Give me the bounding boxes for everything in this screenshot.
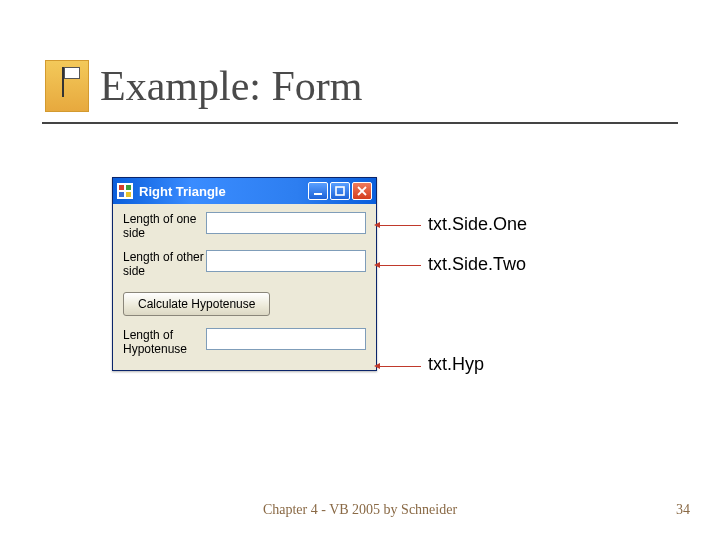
label-hypotenuse: Length of Hypotenuse: [123, 328, 206, 356]
slide-footer: Chapter 4 - VB 2005 by Schneider: [0, 502, 720, 518]
callout-side-two: txt.Side.Two: [428, 254, 526, 275]
arrow-callout: [377, 265, 421, 266]
close-button[interactable]: [352, 182, 372, 200]
arrow-callout: [377, 225, 421, 226]
app-icon: [117, 183, 133, 199]
row-side-one: Length of one side: [123, 212, 366, 240]
label-side-one: Length of one side: [123, 212, 206, 240]
input-hypotenuse[interactable]: [206, 328, 366, 350]
row-side-two: Length of other side: [123, 250, 366, 278]
form-window: Right Triangle Length of one side Length…: [112, 177, 377, 371]
arrow-callout: [377, 366, 421, 367]
input-side-one[interactable]: [206, 212, 366, 234]
input-side-two[interactable]: [206, 250, 366, 272]
minimize-icon: [313, 186, 323, 196]
calculate-button[interactable]: Calculate Hypotenuse: [123, 292, 270, 316]
svg-rect-0: [314, 193, 322, 195]
callout-side-one: txt.Side.One: [428, 214, 527, 235]
maximize-icon: [335, 186, 345, 196]
form-client-area: Length of one side Length of other side …: [113, 204, 376, 370]
titlebar[interactable]: Right Triangle: [113, 178, 376, 204]
page-title: Example: Form: [100, 62, 362, 110]
row-hypotenuse: Length of Hypotenuse: [123, 328, 366, 356]
close-icon: [357, 186, 367, 196]
slide-logo: [45, 60, 89, 112]
label-side-two: Length of other side: [123, 250, 206, 278]
minimize-button[interactable]: [308, 182, 328, 200]
maximize-button[interactable]: [330, 182, 350, 200]
page-number: 34: [676, 502, 690, 518]
window-title: Right Triangle: [139, 184, 306, 199]
svg-rect-1: [336, 187, 344, 195]
callout-hyp: txt.Hyp: [428, 354, 484, 375]
title-underline: [42, 122, 678, 124]
